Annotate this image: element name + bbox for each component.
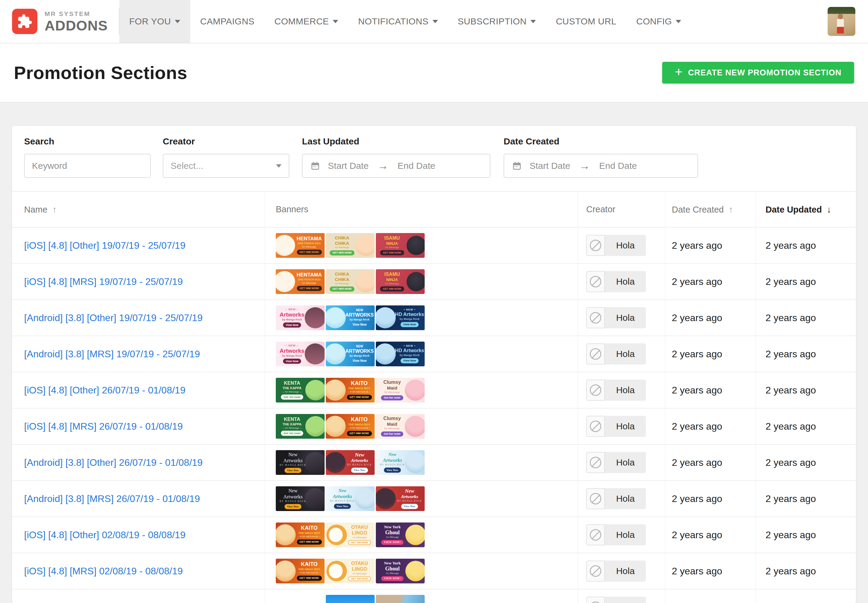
- banner-thumbnail-ptan: [376, 595, 425, 603]
- banner-text-line: – FOR IMESSAGE –: [348, 391, 371, 393]
- column-header-creator[interactable]: Creator: [578, 192, 665, 227]
- creator-name: Hola: [605, 566, 646, 576]
- banner-text-line: CHIKA: [335, 277, 349, 281]
- promotion-name-link[interactable]: [iOS] [4.8] [Other] 26/07/19 - 01/08/19: [24, 385, 185, 396]
- creator-chip: Hola: [586, 235, 646, 256]
- date-created-value: 2 years ago: [672, 385, 722, 396]
- date-created-daterange[interactable]: Start Date → End Date: [504, 154, 698, 178]
- promotion-name-link[interactable]: [iOS] [4.8] [MRS] 19/07/19 - 25/07/19: [24, 276, 183, 287]
- chevron-down-icon: [676, 20, 681, 23]
- banner-thumbnail-artblue: NEWARTWORKSby Manga RockView Now: [326, 342, 375, 366]
- sort-asc-icon: ↑: [729, 204, 733, 214]
- promotion-sections-page: MR SYSTEM ADDONS FOR YOUCAMPAIGNSCOMMERC…: [0, 0, 868, 603]
- banner-thumbnail-artblack: NewArtworksBY MANGA ROCKView Now: [276, 486, 324, 511]
- banner-character: [326, 343, 346, 365]
- nav-item-campaigns[interactable]: CAMPAIGNS: [190, 0, 265, 43]
- banner-thumbnail-artred: NewArtworksBY MANGA ROCKView Now: [326, 450, 375, 475]
- creator-select-placeholder: Select...: [171, 161, 203, 171]
- last-updated-daterange[interactable]: Start Date → End Date: [302, 154, 490, 178]
- nav-item-label: CONFIG: [636, 16, 672, 26]
- banner-set: NewArtworksBY MANGA ROCKView NowNewArtwo…: [276, 486, 577, 511]
- last-updated-start-date[interactable]: Start Date: [328, 161, 369, 171]
- banner-text-line: NINJA: [386, 278, 398, 281]
- banner-text-line: Artworks: [351, 458, 368, 463]
- banner-cta-pill: Get 'em now!: [281, 431, 303, 436]
- promotion-name-link[interactable]: [Android] [3.8] [MRS] 19/07/19 - 25/07/1…: [24, 348, 200, 359]
- banner-cta-pill: GET HER NOW!: [330, 250, 354, 255]
- banner-text-line: by Manga Rock: [400, 318, 420, 320]
- date-created-value: 2 years ago: [672, 457, 722, 468]
- nav-item-label: CUSTOM URL: [556, 16, 616, 26]
- banner-set: NewArtworksBY MANGA ROCKView NowNewArtwo…: [276, 450, 577, 475]
- date-created-value: 2 years ago: [672, 493, 722, 504]
- banner-text-line: – FOR IMESSAGE –: [348, 427, 371, 429]
- nav-item-for-you[interactable]: FOR YOU: [119, 0, 190, 43]
- creator-chip: Hola: [586, 380, 646, 401]
- user-avatar[interactable]: [828, 7, 855, 36]
- search-input[interactable]: [24, 154, 151, 178]
- banner-text-line: Maid: [387, 422, 397, 426]
- banner-cta-pill: VIEW NOW!: [381, 576, 403, 581]
- banner-character: [355, 235, 375, 256]
- banner-thumbnail-isamu: ISAMUNINJAfor iMessageGET HIM NOW!: [376, 269, 425, 294]
- banner-thumbnail-kenta: KENTATHE KAPPA— for iMessage —Get 'em no…: [276, 414, 324, 439]
- table-header-row: Name↑BannersCreatorDate Created↑Date Upd…: [12, 192, 856, 227]
- arrow-right-icon: →: [579, 159, 590, 172]
- nav-item-custom-url[interactable]: CUSTOM URL: [546, 0, 626, 43]
- nav-item-notifications[interactable]: NOTIFICATIONS: [348, 0, 448, 43]
- banner-thumbnail-maid: ClumsyMaidfor iMessageGet her now!: [376, 414, 425, 439]
- promotion-name-link[interactable]: [iOS] [4.8] [Other] 19/07/19 - 25/07/19: [24, 240, 185, 251]
- banner-text-line: by Manga Rock: [282, 354, 302, 357]
- banner-cta-pill: View Now: [284, 504, 302, 509]
- banner-set: – NEW –Artworksby Manga RockView NowNEWA…: [276, 305, 577, 330]
- no-avatar-icon: [586, 235, 605, 256]
- banner-text-line: Artworks: [283, 458, 303, 463]
- banner-cta-pill: Get her now!: [381, 431, 403, 437]
- creator-chip: Hola: [586, 307, 646, 328]
- banner-text-line: Artworks: [283, 494, 303, 499]
- table-row: [Android] [3.8] [Other] 19/07/19 - 25/07…: [12, 299, 856, 336]
- date-updated-value: 2 years ago: [766, 312, 816, 323]
- banner-cta-pill: GET HIM NOW!: [380, 286, 404, 292]
- creator-chip: [586, 597, 646, 603]
- create-promotion-section-button[interactable]: + CREATE NEW PROMOTION SECTION: [662, 62, 854, 83]
- banner-text-line: – FOR IMESSAGE –: [298, 535, 320, 538]
- banner-thumbnail-artred: NewArtworksBY MANGA ROCKView Now: [376, 486, 425, 511]
- banner-text-line: — for iMessage —: [282, 391, 302, 393]
- column-header-date-updated[interactable]: Date Updated↓: [755, 192, 856, 227]
- promotion-name-link[interactable]: [iOS] [4.8] [Other] 02/08/19 - 08/08/19: [24, 529, 185, 540]
- date-updated-value: 2 years ago: [766, 385, 816, 396]
- nav-item-subscription[interactable]: SUBSCRIPTION: [448, 0, 546, 43]
- creator-name: Hola: [605, 530, 646, 540]
- nav-item-config[interactable]: CONFIG: [626, 0, 691, 43]
- nav-item-commerce[interactable]: COMMERCE: [264, 0, 348, 43]
- promotion-name-link[interactable]: [iOS] [4.8] [MRS] 26/07/19 - 01/08/19: [24, 421, 183, 432]
- last-updated-end-date[interactable]: End Date: [397, 161, 435, 171]
- date-created-end-date[interactable]: End Date: [599, 161, 637, 171]
- banner-thumbnail-chika: CHIKACHIKAfor iMessageGET HER NOW!: [326, 233, 375, 258]
- column-header-banners[interactable]: Banners: [265, 192, 578, 227]
- table-row: [iOS] [4.8] [MRS] 19/07/19 - 25/07/19HEN…: [12, 263, 856, 299]
- banner-text-line: Clumsy: [383, 416, 401, 421]
- banner-thumbnail-artblack: NewArtworksBY MANGA ROCKView Now: [276, 450, 324, 475]
- column-header-label: Creator: [586, 204, 615, 214]
- column-header-date-created[interactable]: Date Created↑: [665, 192, 755, 227]
- promotion-name-link[interactable]: [Android] [3.8] [Other] 19/07/19 - 25/07…: [24, 312, 202, 323]
- banner-text-line: CHIKA: [335, 241, 349, 246]
- promotion-name-link[interactable]: [Android] [3.8] [Other] 26/07/19 - 01/08…: [24, 457, 202, 468]
- banner-text-line: OTAKU: [351, 525, 368, 530]
- calendar-icon: [512, 161, 522, 171]
- creator-chip: Hola: [586, 452, 646, 473]
- promotion-name-link[interactable]: [iOS] [4.8] [MRS] 02/08/19 - 08/08/19: [24, 566, 183, 577]
- banner-cta-pill: GET HIM NOW!: [380, 250, 404, 255]
- banner-text-line: New: [338, 489, 346, 493]
- promotion-name-link[interactable]: [Android] [3.8] [MRS] 26/07/19 - 01/08/1…: [24, 493, 200, 504]
- column-header-name[interactable]: Name↑: [12, 192, 265, 227]
- banner-set: – NEW –Artworksby Manga RockView NowNEWA…: [276, 342, 577, 366]
- banner-text-line: for iMessage: [385, 283, 399, 285]
- banner-cta-pill: View Now: [401, 504, 419, 509]
- banner-cta-pill: View Now: [400, 358, 419, 363]
- banner-thumbnail-artice: NewArtworksBY MANGA ROCKView Now: [376, 450, 425, 475]
- date-created-start-date[interactable]: Start Date: [530, 161, 570, 171]
- creator-select[interactable]: Select...: [163, 154, 289, 178]
